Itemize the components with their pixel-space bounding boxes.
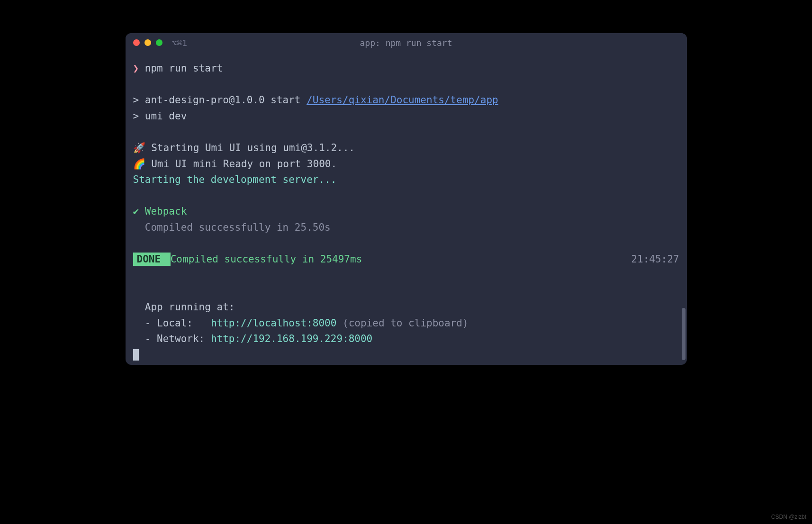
scrollbar[interactable] (682, 308, 686, 360)
tab-shortcut: ⌥⌘1 (172, 38, 188, 48)
clipboard-note: (copied to clipboard) (336, 317, 468, 329)
window-title: app: npm run start (360, 38, 452, 48)
done-message: Compiled successfully in 25497ms (171, 253, 362, 265)
terminal-window: ⌥⌘1 app: npm run start ❯ npm run start >… (126, 33, 687, 365)
timestamp: 21:45:27 (631, 252, 679, 268)
app-running-line: App running at: (133, 299, 679, 316)
network-url[interactable]: http://192.168.199.229:8000 (211, 333, 372, 344)
cursor-line (133, 347, 679, 363)
script-start-line: > ant-design-pro@1.0.0 start /Users/qixi… (133, 92, 679, 108)
local-url-line: - Local: http://localhost:8000 (copied t… (133, 316, 679, 332)
terminal-content[interactable]: ❯ npm run start > ant-design-pro@1.0.0 s… (126, 52, 687, 365)
titlebar: ⌥⌘1 app: npm run start (126, 33, 687, 52)
close-button[interactable] (133, 39, 140, 46)
rainbow-icon: 🌈 (133, 158, 145, 170)
check-icon: ✔ (133, 206, 139, 217)
webpack-status-line: ✔ Webpack (133, 204, 679, 220)
watermark: CSDN @zlzbt (771, 514, 806, 520)
done-line: DONE Compiled successfully in 25497ms 21… (133, 252, 679, 268)
maximize-button[interactable] (156, 39, 162, 46)
minimize-button[interactable] (144, 39, 151, 46)
umi-ready-line: 🌈 Umi UI mini Ready on port 3000. (133, 156, 679, 172)
prompt-symbol: ❯ (133, 63, 139, 74)
prompt-line: ❯ npm run start (133, 61, 679, 77)
rocket-icon: 🚀 (133, 142, 145, 154)
dev-server-line: Starting the development server... (133, 172, 679, 188)
local-url[interactable]: http://localhost:8000 (211, 317, 337, 329)
cursor (133, 349, 139, 361)
network-url-line: - Network: http://192.168.199.229:8000 (133, 331, 679, 347)
starting-umi-line: 🚀 Starting Umi UI using umi@3.1.2... (133, 140, 679, 156)
done-badge: DONE (133, 253, 171, 266)
traffic-lights (133, 39, 162, 46)
working-directory-path[interactable]: /Users/qixian/Documents/temp/app (307, 94, 498, 106)
umi-dev-line: > umi dev (133, 108, 679, 125)
command-input: npm run start (145, 63, 223, 74)
compiled-time-line: Compiled successfully in 25.50s (133, 220, 679, 236)
